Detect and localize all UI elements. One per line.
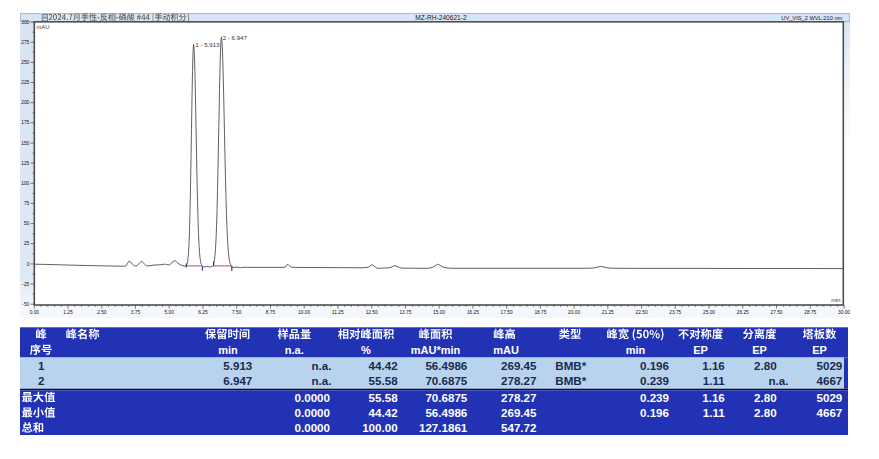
svg-text:n.a.: n.a.: [312, 374, 332, 387]
svg-text:n.a.: n.a.: [285, 344, 304, 356]
svg-text:2.80: 2.80: [754, 406, 777, 419]
svg-text:6.947: 6.947: [223, 374, 252, 387]
svg-text:150: 150: [21, 141, 29, 146]
svg-text:n.a.: n.a.: [769, 374, 789, 387]
svg-text:26.25: 26.25: [737, 310, 749, 315]
svg-text:mAU: mAU: [493, 344, 519, 356]
svg-text:16.25: 16.25: [467, 310, 479, 315]
svg-text:min: min: [626, 344, 646, 356]
svg-text:56.4986: 56.4986: [425, 359, 467, 372]
svg-text:1.25: 1.25: [63, 310, 73, 315]
svg-text:min: min: [218, 344, 238, 356]
svg-text:7.50: 7.50: [232, 310, 242, 315]
svg-text:1 - 5.913: 1 - 5.913: [195, 41, 220, 48]
svg-text:4667: 4667: [817, 406, 843, 419]
svg-text:23.75: 23.75: [669, 310, 681, 315]
svg-text:44.42: 44.42: [369, 359, 398, 372]
svg-text:12.50: 12.50: [366, 310, 378, 315]
svg-text:175: 175: [21, 120, 29, 125]
svg-text:18.75: 18.75: [534, 310, 546, 315]
svg-text:0.196: 0.196: [640, 406, 670, 419]
svg-text:BMB*: BMB*: [555, 359, 586, 372]
svg-text:1: 1: [38, 359, 45, 372]
svg-text:MZ-RH-240621-2: MZ-RH-240621-2: [415, 14, 467, 21]
svg-text:125: 125: [21, 161, 29, 166]
svg-text:3.75: 3.75: [131, 310, 141, 315]
svg-text:269.45: 269.45: [501, 406, 537, 419]
svg-text:%: %: [361, 344, 371, 356]
svg-text:100.00: 100.00: [362, 421, 397, 434]
svg-text:mAU*min: mAU*min: [411, 344, 461, 356]
svg-text:21.25: 21.25: [602, 310, 614, 315]
svg-text:0.0000: 0.0000: [295, 421, 330, 434]
svg-text:1.16: 1.16: [702, 391, 725, 404]
svg-text:225: 225: [21, 80, 29, 85]
svg-text:11.25: 11.25: [332, 310, 344, 315]
svg-text:EP: EP: [812, 344, 827, 356]
svg-text:278.27: 278.27: [501, 374, 536, 387]
svg-text:22.50: 22.50: [636, 310, 648, 315]
svg-text:278.27: 278.27: [501, 391, 536, 404]
svg-text:6.25: 6.25: [198, 310, 208, 315]
svg-text:5029: 5029: [817, 391, 843, 404]
svg-text:1.11: 1.11: [703, 374, 725, 387]
svg-text:4667: 4667: [817, 374, 843, 387]
svg-text:13.75: 13.75: [399, 310, 411, 315]
svg-text:EP: EP: [752, 344, 767, 356]
svg-text:25: 25: [24, 241, 30, 246]
svg-text:70.6875: 70.6875: [425, 374, 467, 387]
svg-text:UV_VIS_2 WVL:210 nm: UV_VIS_2 WVL:210 nm: [781, 15, 842, 21]
svg-text:2.80: 2.80: [754, 359, 777, 372]
svg-text:28.75: 28.75: [804, 310, 816, 315]
svg-text:27.50: 27.50: [770, 310, 782, 315]
svg-text:min: min: [831, 297, 840, 303]
svg-text:55.58: 55.58: [369, 374, 399, 387]
svg-text:2: 2: [38, 374, 44, 387]
svg-text:0.0000: 0.0000: [295, 406, 330, 419]
svg-text:20.00: 20.00: [568, 310, 580, 315]
svg-text:250: 250: [21, 60, 29, 65]
svg-text:100: 100: [21, 181, 29, 186]
svg-text:5.913: 5.913: [223, 359, 253, 372]
svg-text:75: 75: [24, 201, 30, 206]
svg-text:0.239: 0.239: [640, 374, 670, 387]
svg-text:1.11: 1.11: [703, 406, 725, 419]
svg-text:127.1861: 127.1861: [419, 421, 468, 434]
svg-text:5029: 5029: [817, 359, 843, 372]
svg-text:17.50: 17.50: [501, 310, 513, 315]
svg-text:300: 300: [21, 20, 29, 25]
svg-text:BMB*: BMB*: [555, 374, 586, 387]
svg-text:547.72: 547.72: [501, 421, 536, 434]
svg-text:n.a.: n.a.: [312, 359, 332, 372]
svg-text:55.58: 55.58: [369, 391, 399, 404]
svg-text:8.75: 8.75: [266, 310, 276, 315]
svg-text:56.4986: 56.4986: [425, 406, 467, 419]
svg-text:50: 50: [24, 221, 30, 226]
svg-text:0.196: 0.196: [640, 359, 670, 372]
svg-text:275: 275: [21, 40, 29, 45]
svg-text:2.50: 2.50: [97, 310, 107, 315]
svg-text:44.42: 44.42: [369, 406, 398, 419]
svg-text:5.00: 5.00: [165, 310, 175, 315]
svg-text:2.80: 2.80: [754, 391, 777, 404]
svg-text:-25: -25: [22, 282, 29, 287]
svg-text:0.239: 0.239: [640, 391, 670, 404]
svg-text:30.00: 30.00: [838, 310, 850, 315]
svg-text:0.0000: 0.0000: [295, 391, 330, 404]
svg-text:269.45: 269.45: [501, 359, 537, 372]
svg-text:15.00: 15.00: [433, 310, 445, 315]
svg-text:1.16: 1.16: [702, 359, 725, 372]
svg-text:2 - 6.947: 2 - 6.947: [223, 34, 248, 41]
svg-text:-50: -50: [22, 302, 29, 307]
svg-text:EP: EP: [693, 344, 708, 356]
svg-text:0: 0: [27, 262, 30, 267]
svg-text:10.00: 10.00: [298, 310, 310, 315]
svg-text:25.00: 25.00: [703, 310, 715, 315]
svg-text:200: 200: [21, 100, 29, 105]
svg-text:0.00: 0.00: [30, 310, 40, 315]
svg-text:mAU: mAU: [37, 24, 50, 30]
svg-text:70.6875: 70.6875: [425, 391, 467, 404]
